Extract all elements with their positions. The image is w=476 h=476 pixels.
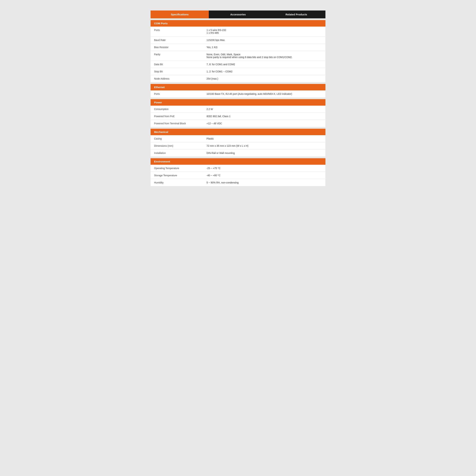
tab-bar: Specifications Accessories Related Produ… — [151, 11, 325, 18]
spec-label: Baud Rate — [151, 36, 203, 44]
spec-label: Data Bit — [151, 61, 203, 68]
spec-label: Ports — [151, 27, 203, 36]
section-environment: EnvironmentOperating Temperature-25 ~ +7… — [151, 158, 325, 186]
spec-row: Bias ResistorYes, 1 KΩ — [151, 44, 325, 51]
spec-label: Humidity — [151, 179, 203, 186]
spec-label: Parity — [151, 51, 203, 61]
section-mechanical: MechanicalCasingPlasticDimensions (mm)72… — [151, 129, 325, 156]
spec-row: Storage Temperature-40 ~ +80 °C — [151, 172, 325, 179]
spec-label: Node Address — [151, 75, 203, 82]
spec-row: Powered from PoEIEEE 802.3af, Class 1 — [151, 113, 325, 120]
section-gap-power — [151, 97, 325, 99]
section-header-environment: Environment — [151, 158, 325, 165]
main-container: Specifications Accessories Related Produ… — [151, 11, 325, 189]
tab-related-products[interactable]: Related Products — [267, 11, 325, 18]
spec-row: ParityNone, Even, Odd, Mark, SpaceNone p… — [151, 51, 325, 61]
spec-row: Stop Bit1, 2: for COM1 ~ COM2 — [151, 68, 325, 75]
spec-row: Consumption2.2 W — [151, 106, 325, 113]
section-header-power: Power — [151, 99, 325, 106]
spec-row: Baud Rate115200 bps Max. — [151, 36, 325, 44]
spec-value: 10/100 Base-TX, RJ-45 port (Auto-negotia… — [203, 90, 325, 97]
spec-row: InstallationDIN-Rail or Wall mounting — [151, 150, 325, 156]
tab-specifications[interactable]: Specifications — [151, 11, 209, 18]
spec-label: Casing — [151, 135, 203, 142]
spec-value: 72 mm x 35 mm x 123 mm (W x L x H) — [203, 142, 325, 149]
section-header-mechanical: Mechanical — [151, 129, 325, 135]
section-header-com-ports: COM Ports — [151, 20, 325, 27]
spec-row: Powered from Terminal Block+12 ~ 48 VDC — [151, 120, 325, 127]
spec-value: 115200 bps Max. — [203, 36, 325, 44]
spec-value: DIN-Rail or Wall mounting — [203, 150, 325, 156]
section-ethernet: EthernetPorts10/100 Base-TX, RJ-45 port … — [151, 84, 325, 97]
spec-value: 1, 2: for COM1 ~ COM2 — [203, 68, 325, 75]
spec-row: Data Bit7, 8: for COM1 and COM2 — [151, 61, 325, 68]
spec-label: Dimensions (mm) — [151, 142, 203, 149]
spec-value: 5 ~ 90% RH, non-condensing — [203, 179, 325, 186]
spec-value: Yes, 1 KΩ — [203, 44, 325, 51]
tab-accessories[interactable]: Accessories — [209, 11, 267, 18]
section-gap-ethernet — [151, 82, 325, 84]
spec-label: Powered from PoE — [151, 113, 203, 120]
spec-value: -40 ~ +80 °C — [203, 172, 325, 179]
spec-value: Plastic — [203, 135, 325, 142]
spec-label: Stop Bit — [151, 68, 203, 75]
spec-value: IEEE 802.3af, Class 1 — [203, 113, 325, 120]
spec-value: 7, 8: for COM1 and COM2 — [203, 61, 325, 68]
section-header-ethernet: Ethernet — [151, 84, 325, 90]
spec-value: 1 x 5-wire RS-2321 x RS-485 — [203, 27, 325, 36]
spec-label: Installation — [151, 150, 203, 156]
spec-label: Bias Resistor — [151, 44, 203, 51]
spec-value: +12 ~ 48 VDC — [203, 120, 325, 127]
spec-row: Humidity5 ~ 90% RH, non-condensing — [151, 179, 325, 186]
spec-label: Consumption — [151, 106, 203, 113]
spec-row: Node Address254 (max.) — [151, 75, 325, 82]
sections-container: COM PortsPorts1 x 5-wire RS-2321 x RS-48… — [151, 18, 325, 189]
spec-label: Storage Temperature — [151, 172, 203, 179]
spec-row: CasingPlastic — [151, 135, 325, 142]
spec-value: -25 ~ +75 °C — [203, 165, 325, 172]
spec-row: Operating Temperature-25 ~ +75 °C — [151, 165, 325, 172]
section-gap-environment — [151, 156, 325, 158]
bottom-gap — [151, 186, 325, 189]
section-gap-com-ports — [151, 18, 325, 20]
spec-value: None, Even, Odd, Mark, SpaceNone parity … — [203, 51, 325, 61]
spec-label: Powered from Terminal Block — [151, 120, 203, 127]
section-power: PowerConsumption2.2 WPowered from PoEIEE… — [151, 99, 325, 127]
section-com-ports: COM PortsPorts1 x 5-wire RS-2321 x RS-48… — [151, 20, 325, 82]
spec-value: 254 (max.) — [203, 75, 325, 82]
spec-row: Ports1 x 5-wire RS-2321 x RS-485 — [151, 27, 325, 36]
section-gap-mechanical — [151, 127, 325, 129]
spec-value: 2.2 W — [203, 106, 325, 113]
spec-label: Operating Temperature — [151, 165, 203, 172]
spec-label: Ports — [151, 90, 203, 97]
spec-row: Ports10/100 Base-TX, RJ-45 port (Auto-ne… — [151, 90, 325, 97]
spec-row: Dimensions (mm)72 mm x 35 mm x 123 mm (W… — [151, 142, 325, 150]
